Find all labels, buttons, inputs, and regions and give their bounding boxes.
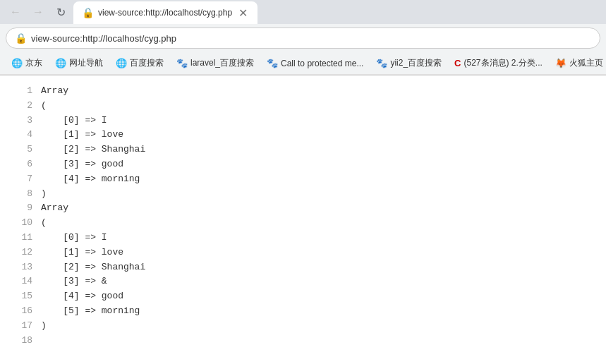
code-line: 18: [11, 334, 595, 348]
bookmark-jd[interactable]: 🌐 京东: [6, 55, 48, 71]
bookmark-nav-label: 网址导航: [69, 57, 103, 69]
address-bar-row: 🔒 view-source:http://localhost/cyg.php: [0, 24, 606, 52]
line-number: 13: [11, 260, 32, 275]
tab-icon: 🔒: [82, 7, 94, 18]
bookmark-laravel-label: laravel_百度搜索: [190, 57, 254, 69]
line-content: ): [41, 319, 47, 334]
code-line: 4 [1] => love: [11, 128, 595, 142]
code-line: 2(: [11, 99, 595, 114]
bookmark-jd-icon: 🌐: [11, 58, 23, 68]
line-content: [0] => I: [41, 114, 107, 128]
line-number: 16: [11, 304, 32, 319]
line-number: 17: [11, 319, 32, 334]
line-number: 10: [11, 216, 32, 231]
active-tab[interactable]: 🔒 view-source:http://localhost/cyg.php ✕: [73, 1, 257, 24]
tab-title: view-source:http://localhost/cyg.php: [98, 8, 232, 18]
code-line: 7 [4] => morning: [11, 172, 595, 187]
line-number: 4: [11, 128, 32, 142]
bookmark-call-icon: 🐾: [267, 58, 278, 68]
line-content: ): [41, 187, 47, 202]
line-number: 14: [11, 274, 32, 289]
code-line: 9Array: [11, 201, 595, 216]
code-line: 8): [11, 187, 595, 202]
line-number: 8: [11, 187, 32, 202]
code-line: 16 [5] => morning: [11, 304, 595, 319]
line-number: 2: [11, 99, 32, 114]
line-content: Array: [41, 201, 68, 216]
bookmark-527-label: (527条消息) 2.分类...: [464, 57, 543, 69]
tab-close-button[interactable]: ✕: [236, 6, 249, 19]
line-content: [0] => I: [41, 231, 107, 245]
bookmark-call-label: Call to protected me...: [281, 59, 363, 68]
bookmark-call[interactable]: 🐾 Call to protected me...: [261, 56, 369, 71]
line-content: (: [41, 216, 47, 231]
line-number: 12: [11, 245, 32, 260]
line-number: 11: [11, 231, 32, 245]
line-content: Array: [41, 84, 68, 99]
forward-button[interactable]: →: [28, 2, 48, 22]
bookmark-527-icon: C: [454, 58, 461, 68]
code-line: 17): [11, 319, 595, 334]
code-line: 11 [0] => I: [11, 231, 595, 245]
bookmarks-bar: 🌐 京东 🌐 网址导航 🌐 百度搜索 🐾 laravel_百度搜索 🐾 Call…: [0, 52, 606, 75]
bookmark-baidu-icon: 🌐: [116, 58, 127, 68]
line-number: 3: [11, 114, 32, 128]
bookmark-firefox-icon: 🦊: [555, 58, 566, 68]
line-content: [1] => love: [41, 128, 123, 142]
code-line: 3 [0] => I: [11, 114, 595, 128]
code-line: 12 [1] => love: [11, 245, 595, 260]
address-text: view-source:http://localhost/cyg.php: [31, 33, 591, 44]
browser-chrome: ← → ↻ 🔒 view-source:http://localhost/cyg…: [0, 0, 606, 75]
code-line: 15 [4] => good: [11, 289, 595, 304]
line-number: 9: [11, 201, 32, 216]
back-button[interactable]: ←: [6, 2, 25, 22]
bookmark-527[interactable]: C (527条消息) 2.分类...: [449, 55, 548, 71]
code-line: 5 [2] => Shanghai: [11, 142, 595, 157]
line-content: [3] => &: [41, 274, 107, 289]
code-line: 10(: [11, 216, 595, 231]
line-number: 1: [11, 84, 32, 99]
bookmark-laravel-icon: 🐾: [176, 58, 188, 68]
line-content: [5] => morning: [41, 304, 140, 319]
bookmark-firefox-label: 火狐主页: [569, 57, 603, 69]
lock-icon: 🔒: [15, 32, 27, 44]
source-content: 1Array2(3 [0] => I4 [1] => love5 [2] => …: [0, 75, 606, 364]
bookmark-baidu[interactable]: 🌐 百度搜索: [110, 55, 169, 71]
tab-bar: ← → ↻ 🔒 view-source:http://localhost/cyg…: [0, 0, 606, 24]
line-number: 18: [11, 334, 32, 348]
line-number: 15: [11, 289, 32, 304]
bookmark-firefox[interactable]: 🦊 火狐主页: [550, 55, 606, 71]
line-number: 5: [11, 142, 32, 157]
code-line: 1Array: [11, 84, 595, 99]
line-content: (: [41, 99, 47, 114]
bookmark-yii2[interactable]: 🐾 yii2_百度搜索: [370, 55, 447, 71]
code-line: 6 [3] => good: [11, 157, 595, 172]
line-content: [1] => love: [41, 245, 123, 260]
bookmark-jd-label: 京东: [25, 57, 42, 69]
line-content: [3] => good: [41, 157, 123, 172]
address-bar[interactable]: 🔒 view-source:http://localhost/cyg.php: [6, 28, 600, 49]
line-number: 6: [11, 157, 32, 172]
bookmark-yii2-icon: 🐾: [376, 58, 387, 68]
code-line: 13 [2] => Shanghai: [11, 260, 595, 275]
line-content: [4] => morning: [41, 172, 140, 187]
bookmark-yii2-label: yii2_百度搜索: [390, 57, 442, 69]
bookmark-nav-icon: 🌐: [55, 58, 66, 68]
refresh-button[interactable]: ↻: [51, 2, 71, 22]
line-number: 7: [11, 172, 32, 187]
bookmark-nav[interactable]: 🌐 网址导航: [49, 55, 109, 71]
code-line: 14 [3] => &: [11, 274, 595, 289]
line-content: [4] => good: [41, 289, 123, 304]
bookmark-laravel[interactable]: 🐾 laravel_百度搜索: [171, 55, 260, 71]
bookmark-baidu-label: 百度搜索: [130, 57, 164, 69]
line-content: [2] => Shanghai: [41, 142, 145, 157]
line-content: [2] => Shanghai: [41, 260, 145, 275]
